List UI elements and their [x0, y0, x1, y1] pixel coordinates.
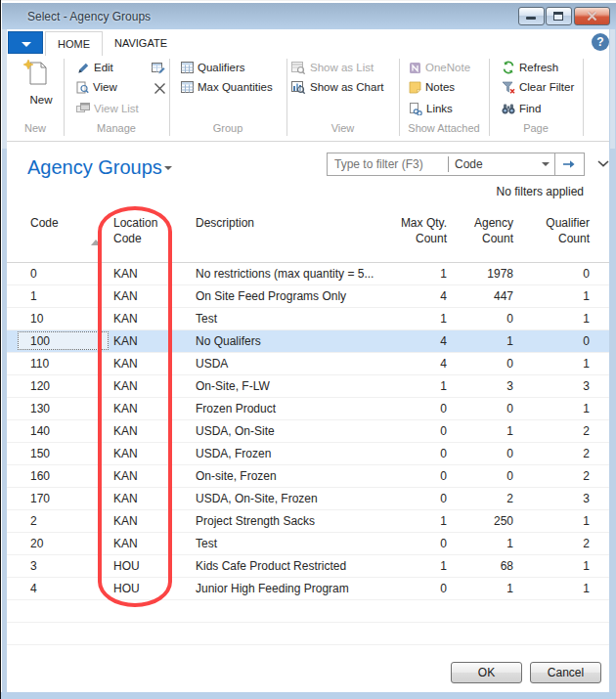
show-as-list-button-label: Show as List	[310, 62, 374, 73]
cell-agency-count: 0	[506, 443, 513, 464]
view-list-button[interactable]: View List	[76, 101, 139, 116]
column-header-agency-line2[interactable]: Count	[482, 233, 513, 245]
minimize-icon	[526, 17, 536, 20]
cell-max-qty-count: 0	[440, 465, 447, 487]
empty-row	[7, 600, 609, 623]
window-border-left	[2, 29, 7, 149]
show-as-chart-button[interactable]: Show as Chart	[291, 79, 383, 95]
cell-description: Project Strength Sacks	[196, 510, 315, 532]
clear-filter-button-label: Clear Filter	[519, 81, 574, 93]
cell-qualifier-count: 1	[583, 555, 590, 577]
cell-description: USDA, Frozen	[196, 443, 271, 464]
cancel-button[interactable]: Cancel	[530, 662, 601, 683]
expand-chevron-icon[interactable]	[597, 160, 609, 167]
window: Select - Agency Groups HOME NAVIGATE ? N…	[0, 0, 616, 699]
cell-agency-count: 2	[506, 488, 513, 509]
show-as-chart-icon	[291, 81, 306, 94]
page-title-caret-icon[interactable]	[164, 166, 172, 170]
cell-max-qty-count: 0	[440, 398, 447, 419]
notes-button[interactable]: Notes	[409, 79, 455, 95]
application-menu-button[interactable]	[8, 31, 43, 54]
cell-code: 0	[30, 263, 37, 284]
find-button[interactable]: Find	[502, 101, 541, 116]
application-menu-caret-icon	[22, 42, 31, 47]
column-header-agency-line1[interactable]: Agency	[474, 217, 513, 230]
filter-box: Type to filter (F3) Code	[327, 153, 585, 176]
qualifiers-button[interactable]: Qualifiers	[181, 60, 245, 75]
cell-agency-count: 0	[506, 308, 513, 329]
cell-qualifier-count: 0	[583, 330, 590, 352]
column-header-max-qty-line1[interactable]: Max Qty.	[401, 217, 447, 230]
show-as-list-button[interactable]: Show as List	[291, 60, 374, 75]
view-list-button-label: View List	[94, 103, 139, 114]
cell-agency-count: 1978	[487, 263, 513, 284]
onenote-icon	[409, 62, 421, 74]
ok-button[interactable]: OK	[451, 662, 522, 683]
cell-agency-count: 1	[506, 330, 513, 352]
filter-input[interactable]: Type to filter (F3)	[334, 156, 423, 172]
maximize-button[interactable]	[546, 7, 572, 25]
close-button[interactable]	[574, 7, 610, 25]
new-document-icon	[22, 59, 49, 88]
cell-description: No restrictions (max quantity = 5...	[196, 263, 374, 284]
new-button[interactable]	[22, 59, 49, 88]
column-header-qualifier-line1[interactable]: Qualifier	[546, 217, 590, 230]
cell-code: 120	[30, 375, 50, 397]
filter-separator-2	[554, 153, 555, 175]
cell-max-qty-count: 0	[440, 420, 447, 442]
view-button[interactable]: View	[76, 79, 117, 95]
apply-filter-icon[interactable]	[562, 159, 576, 169]
maximize-icon	[553, 12, 563, 21]
cell-description: Test	[196, 308, 217, 329]
cell-code: 3	[30, 555, 37, 577]
column-header-max-qty-line2[interactable]: Count	[416, 233, 447, 245]
max-quantities-button[interactable]: Max Quantities	[181, 79, 273, 95]
cell-qualifier-count: 0	[583, 263, 590, 284]
onenote-button[interactable]: OneNote	[409, 60, 470, 75]
column-header-qualifier-line2[interactable]: Count	[558, 233, 590, 245]
minimize-button[interactable]	[518, 7, 545, 25]
filter-field-caret-icon[interactable]	[542, 162, 550, 166]
cell-description: Kids Cafe Product Restricted	[196, 555, 346, 577]
clear-filter-button[interactable]: Clear Filter	[502, 79, 574, 95]
find-icon	[502, 103, 515, 114]
ribbon: New New Edit View View List Manage	[7, 56, 609, 142]
cell-agency-count: 1	[506, 533, 513, 554]
max-quantities-button-label: Max Quantities	[198, 81, 273, 93]
ribbon-group-label-group: Group	[169, 122, 286, 135]
cell-qualifier-count: 1	[583, 353, 590, 374]
column-header-description[interactable]: Description	[196, 217, 254, 230]
help-button[interactable]: ?	[592, 33, 609, 51]
clear-filter-icon	[502, 81, 515, 94]
edit-list-button[interactable]	[152, 60, 165, 75]
column-header-code[interactable]: Code	[30, 217, 59, 230]
cell-description: USDA, On-Site, Frozen	[196, 488, 318, 509]
ribbon-group-label-manage: Manage	[64, 122, 169, 135]
table-icon	[181, 81, 194, 93]
filter-field-selector[interactable]: Code	[455, 156, 483, 172]
links-icon	[409, 103, 422, 115]
filter-separator	[448, 156, 449, 172]
delete-button[interactable]	[154, 80, 166, 96]
refresh-button[interactable]: Refresh	[502, 60, 558, 75]
new-button-label[interactable]: New	[13, 94, 69, 106]
tab-home[interactable]: HOME	[45, 31, 103, 56]
window-border-bottom	[1, 692, 616, 699]
cell-description: USDA, On-Site	[196, 420, 275, 442]
edit-button[interactable]: Edit	[77, 60, 113, 75]
show-as-list-icon	[291, 62, 306, 74]
ribbon-group-label-show-attached: Show Attached	[399, 122, 489, 135]
cell-qualifier-count: 1	[583, 285, 590, 307]
notes-icon	[409, 81, 421, 94]
cell-agency-count: 0	[506, 398, 513, 419]
links-button[interactable]: Links	[409, 101, 453, 116]
table-icon	[181, 62, 194, 73]
cell-description: USDA	[196, 353, 228, 374]
cell-agency-count: 1	[506, 578, 513, 599]
tab-navigate[interactable]: NAVIGATE	[114, 31, 183, 56]
cell-description: Junior High Feeding Program	[196, 578, 349, 599]
refresh-button-label: Refresh	[519, 62, 558, 73]
qualifiers-button-label: Qualifiers	[198, 62, 245, 73]
close-icon	[587, 11, 597, 22]
page-title[interactable]: Agency Groups	[27, 154, 162, 180]
